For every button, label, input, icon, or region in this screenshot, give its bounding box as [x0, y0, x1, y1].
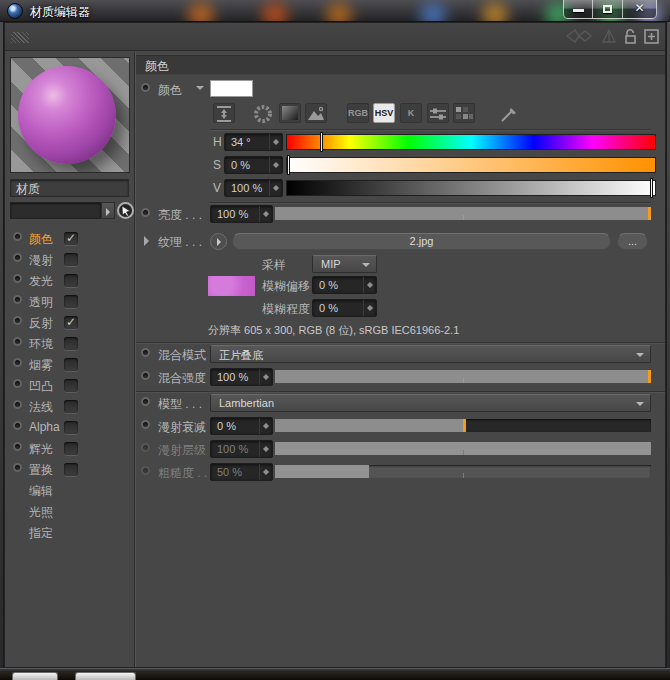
pyramid-icon[interactable]: [601, 27, 617, 45]
spinner-arrows[interactable]: [269, 157, 282, 173]
value-handle[interactable]: [650, 178, 653, 198]
spinner-arrows[interactable]: [363, 300, 376, 316]
channel-checkbox[interactable]: [64, 253, 78, 266]
material-preview[interactable]: [10, 57, 130, 173]
channel-item-reflectance[interactable]: 反射 ✓: [5, 312, 134, 333]
add-box-icon[interactable]: [644, 29, 659, 44]
channel-checkbox[interactable]: [64, 442, 78, 455]
channel-item-environment[interactable]: 环境: [5, 333, 134, 354]
channel-item-luminance[interactable]: 发光: [5, 270, 134, 291]
brightness-spinner[interactable]: 100 %: [210, 205, 273, 223]
saturation-bar[interactable]: [286, 157, 656, 173]
color-radio[interactable]: [141, 83, 150, 92]
channel-radio[interactable]: [13, 274, 22, 283]
grip-handle-icon[interactable]: [11, 32, 29, 43]
channel-radio[interactable]: [13, 379, 22, 388]
sidebar-item-edit[interactable]: 编辑: [5, 480, 134, 501]
channel-checkbox[interactable]: [64, 358, 78, 371]
diffuse-falloff-spinner[interactable]: 0 %: [210, 417, 273, 435]
channel-radio[interactable]: [13, 421, 22, 430]
brightness-radio[interactable]: [141, 208, 150, 217]
taskbar-button[interactable]: [75, 672, 136, 680]
texture-menu-button[interactable]: [210, 233, 227, 250]
saturation-handle[interactable]: [287, 155, 290, 175]
sidebar-item-assign[interactable]: 指定: [5, 522, 134, 543]
channel-checkbox[interactable]: [64, 421, 78, 434]
channel-radio[interactable]: [13, 337, 22, 346]
channel-checkbox[interactable]: [64, 463, 78, 476]
diamond-icon[interactable]: [564, 27, 594, 45]
roughness-radio[interactable]: [141, 466, 150, 475]
expander-icon[interactable]: [144, 236, 154, 246]
channel-checkbox[interactable]: ✓: [64, 232, 78, 245]
channel-radio[interactable]: [13, 316, 22, 325]
channel-item-transparency[interactable]: 透明: [5, 291, 134, 312]
channel-item-diffusion[interactable]: 漫射: [5, 249, 134, 270]
mixer-mode-button[interactable]: [427, 103, 449, 123]
hsv-mode-button[interactable]: HSV: [373, 103, 395, 123]
titlebar[interactable]: 材质编辑器 ✕: [0, 0, 670, 22]
texture-thumbnail[interactable]: [208, 276, 255, 296]
model-radio[interactable]: [141, 397, 150, 406]
material-name-field[interactable]: 材质: [10, 179, 129, 197]
eyedropper-icon[interactable]: [498, 103, 520, 123]
spinner-arrows[interactable]: [363, 277, 376, 293]
mix-mode-dropdown[interactable]: 正片叠底: [210, 345, 651, 363]
rgb-mode-button[interactable]: RGB: [347, 103, 369, 123]
spinner-arrows[interactable]: [269, 180, 282, 196]
spinner-arrows[interactable]: [259, 369, 272, 385]
hue-bar[interactable]: [286, 134, 656, 150]
mix-strength-radio[interactable]: [141, 371, 150, 380]
blur-scale-spinner[interactable]: 0 %: [312, 299, 377, 317]
channel-radio[interactable]: [13, 295, 22, 304]
spectrum-button[interactable]: [279, 103, 301, 123]
channel-radio[interactable]: [13, 358, 22, 367]
channel-item-fog[interactable]: 烟雾: [5, 354, 134, 375]
channel-item-color[interactable]: 颜色 ✓: [5, 228, 134, 249]
minimize-button[interactable]: [563, 0, 593, 19]
color-wheel-icon[interactable]: [252, 103, 274, 123]
channel-item-bump[interactable]: 凹凸: [5, 375, 134, 396]
channel-radio[interactable]: [13, 232, 22, 241]
close-button[interactable]: ✕: [623, 0, 657, 19]
taskbar-button[interactable]: [12, 672, 58, 680]
channel-radio[interactable]: [13, 400, 22, 409]
channel-radio[interactable]: [13, 442, 22, 451]
value-bar[interactable]: [286, 180, 656, 196]
image-picker-button[interactable]: [305, 103, 327, 123]
channel-checkbox[interactable]: [64, 400, 78, 413]
lock-open-icon[interactable]: [624, 28, 637, 45]
channel-checkbox[interactable]: [64, 274, 78, 287]
color-swatch[interactable]: [210, 80, 253, 97]
swatches-mode-button[interactable]: [453, 103, 475, 123]
pick-object-button[interactable]: [117, 202, 134, 219]
mix-mode-radio[interactable]: [141, 348, 150, 357]
channel-checkbox[interactable]: [64, 379, 78, 392]
maximize-button[interactable]: [593, 0, 623, 19]
model-dropdown[interactable]: Lambertian: [210, 394, 651, 412]
spinner-arrows[interactable]: [269, 134, 282, 150]
channel-item-normal[interactable]: 法线: [5, 396, 134, 417]
sidebar-item-illumination[interactable]: 光照: [5, 501, 134, 522]
channel-item-alpha[interactable]: Alpha: [5, 417, 134, 438]
preset-select-arrow-button[interactable]: [101, 202, 115, 219]
spinner-arrows[interactable]: [259, 418, 272, 434]
spinner-arrows[interactable]: [259, 206, 272, 222]
brightness-slider[interactable]: [275, 207, 651, 220]
value-spinner[interactable]: 100 %: [224, 179, 283, 197]
diffuse-level-radio[interactable]: [141, 443, 150, 452]
compact-mode-button[interactable]: [213, 103, 235, 123]
channel-item-glow[interactable]: 辉光: [5, 438, 134, 459]
texture-file-button[interactable]: 2.jpg: [232, 233, 611, 250]
hue-spinner[interactable]: 34 °: [224, 133, 283, 151]
mix-strength-slider[interactable]: [275, 370, 651, 383]
chevron-down-icon[interactable]: [196, 86, 204, 94]
k-mode-button[interactable]: K: [400, 103, 422, 123]
saturation-spinner[interactable]: 0 %: [224, 156, 283, 174]
hue-handle[interactable]: [320, 132, 323, 152]
channel-checkbox[interactable]: ✓: [64, 316, 78, 329]
channel-checkbox[interactable]: [64, 295, 78, 308]
mix-strength-spinner[interactable]: 100 %: [210, 368, 273, 386]
preset-select-box[interactable]: [10, 202, 101, 219]
sampling-dropdown[interactable]: MIP: [312, 255, 377, 273]
